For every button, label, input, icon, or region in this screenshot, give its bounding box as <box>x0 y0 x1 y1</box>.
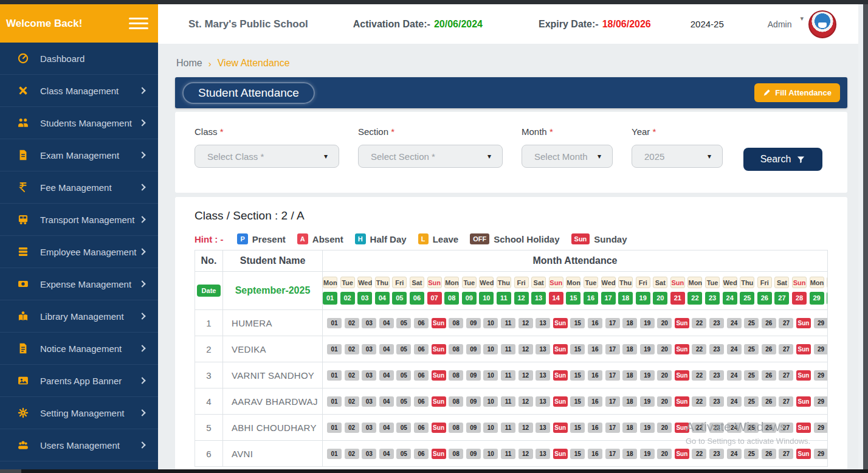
attendance-day-chip[interactable]: 04 <box>379 344 394 354</box>
month-select[interactable]: Select Month▾ <box>522 145 613 168</box>
class-select[interactable]: Select Class *▾ <box>195 145 339 168</box>
attendance-day-chip[interactable]: 24 <box>727 423 742 433</box>
attendance-day-chip[interactable]: 27 <box>779 449 793 459</box>
sidebar-item-class-management[interactable]: Class Management <box>0 75 158 107</box>
attendance-day-chip[interactable]: 15 <box>570 370 585 381</box>
attendance-day-chip[interactable]: 18 <box>622 449 637 459</box>
attendance-day-chip[interactable]: 03 <box>362 449 376 459</box>
attendance-day-chip[interactable]: 16 <box>588 344 602 354</box>
attendance-day-chip[interactable]: 15 <box>570 344 585 354</box>
vertical-scrollbar-thumb[interactable] <box>863 0 868 473</box>
attendance-day-chip[interactable]: 27 <box>779 318 793 328</box>
attendance-day-chip[interactable]: 02 <box>345 370 359 381</box>
attendance-day-chip[interactable]: 08 <box>449 344 463 354</box>
attendance-day-chip[interactable]: 12 <box>518 370 533 381</box>
sidebar-item-library-management[interactable]: Library Management <box>0 300 158 333</box>
attendance-day-chip[interactable]: 09 <box>466 423 481 433</box>
attendance-day-chip[interactable]: 16 <box>588 449 602 459</box>
attendance-day-chip[interactable]: 29 <box>814 423 828 433</box>
attendance-day-chip[interactable]: 24 <box>727 318 742 328</box>
attendance-day-chip[interactable]: 09 <box>466 318 481 328</box>
attendance-day-chip[interactable]: 29 <box>814 396 828 407</box>
sidebar-item-fee-management[interactable]: Fee Management <box>0 171 158 204</box>
year-select[interactable]: 2025▾ <box>632 145 723 168</box>
attendance-day-chip[interactable]: 06 <box>414 423 429 433</box>
attendance-day-chip[interactable]: 06 <box>414 344 429 354</box>
attendance-day-chip[interactable]: 11 <box>501 423 515 433</box>
attendance-day-chip[interactable]: 10 <box>483 449 498 459</box>
sidebar-item-dashboard[interactable]: Dashboard <box>0 43 158 75</box>
attendance-day-chip[interactable]: 27 <box>779 396 793 407</box>
attendance-day-chip[interactable]: 19 <box>640 370 655 381</box>
caret-down-icon[interactable]: ▾ <box>800 15 804 22</box>
attendance-day-chip[interactable]: 13 <box>536 423 550 433</box>
attendance-day-chip[interactable]: 22 <box>692 423 706 433</box>
attendance-day-chip[interactable]: 27 <box>779 344 793 354</box>
attendance-day-chip[interactable]: 17 <box>605 344 620 354</box>
attendance-day-chip[interactable]: 04 <box>379 318 394 328</box>
attendance-day-chip[interactable]: 03 <box>362 344 376 354</box>
attendance-day-chip[interactable]: 26 <box>762 396 776 407</box>
attendance-day-chip[interactable]: 13 <box>536 318 550 328</box>
attendance-day-chip[interactable]: 09 <box>466 449 481 459</box>
attendance-day-chip[interactable]: 27 <box>779 423 793 433</box>
attendance-day-chip[interactable]: 04 <box>379 449 394 459</box>
attendance-day-chip[interactable]: 01 <box>327 449 342 459</box>
attendance-day-chip[interactable]: 04 <box>379 396 394 407</box>
attendance-day-chip[interactable]: 03 <box>362 423 376 433</box>
sidebar-item-employee-management[interactable]: Employee Management <box>0 236 158 268</box>
attendance-day-chip[interactable]: 02 <box>345 449 359 459</box>
attendance-day-chip[interactable]: 23 <box>709 423 724 433</box>
attendance-day-chip[interactable]: 08 <box>449 396 463 407</box>
sidebar-item-students-management[interactable]: Students Management <box>0 107 158 139</box>
attendance-day-chip[interactable]: 20 <box>657 449 672 459</box>
attendance-day-chip[interactable]: 18 <box>622 396 637 407</box>
attendance-day-chip[interactable]: 13 <box>536 370 550 381</box>
attendance-day-chip[interactable]: 03 <box>362 396 376 407</box>
attendance-day-chip[interactable]: 01 <box>327 396 342 407</box>
attendance-day-chip[interactable]: 05 <box>396 396 411 407</box>
attendance-day-chip[interactable]: 23 <box>709 449 724 459</box>
attendance-day-chip[interactable]: 20 <box>657 396 672 407</box>
sidebar-item-users-management[interactable]: Users Management <box>0 429 158 461</box>
attendance-day-chip[interactable]: 20 <box>657 344 672 354</box>
attendance-day-chip[interactable]: 01 <box>327 423 342 433</box>
attendance-day-chip[interactable]: 09 <box>466 396 481 407</box>
attendance-day-chip[interactable]: 03 <box>362 370 376 381</box>
fill-attendance-button[interactable]: Fill Attendance <box>754 83 840 102</box>
attendance-day-chip[interactable]: 26 <box>762 449 776 459</box>
attendance-day-chip[interactable]: 16 <box>588 370 602 381</box>
attendance-day-chip[interactable]: 16 <box>588 318 602 328</box>
attendance-day-chip[interactable]: 16 <box>588 396 602 407</box>
attendance-day-chip[interactable]: 24 <box>727 344 742 354</box>
attendance-day-chip[interactable]: 23 <box>709 344 724 354</box>
attendance-day-chip[interactable]: 11 <box>501 396 515 407</box>
attendance-day-chip[interactable]: 25 <box>744 423 759 433</box>
attendance-day-chip[interactable]: 02 <box>345 318 359 328</box>
attendance-day-chip[interactable]: 10 <box>483 370 498 381</box>
attendance-day-chip[interactable]: 13 <box>536 449 550 459</box>
attendance-day-chip[interactable]: 22 <box>692 370 706 381</box>
breadcrumb-home-link[interactable]: Home <box>176 58 202 69</box>
attendance-day-chip[interactable]: 24 <box>727 370 742 381</box>
attendance-day-chip[interactable]: 26 <box>762 318 776 328</box>
attendance-day-chip[interactable]: 06 <box>414 370 429 381</box>
attendance-day-chip[interactable]: 01 <box>327 370 342 381</box>
attendance-day-chip[interactable]: 26 <box>762 423 776 433</box>
attendance-day-chip[interactable]: 29 <box>814 370 828 381</box>
admin-user-menu[interactable]: Admin <box>768 19 792 29</box>
attendance-day-chip[interactable]: 24 <box>727 396 742 407</box>
sidebar-item-transport-management[interactable]: Transport Management <box>0 204 158 236</box>
vertical-scrollbar-track[interactable] <box>858 4 863 469</box>
attendance-day-chip[interactable]: 29 <box>814 318 828 328</box>
attendance-day-chip[interactable]: 11 <box>501 449 515 459</box>
attendance-day-chip[interactable]: 03 <box>362 318 376 328</box>
attendance-day-chip[interactable]: 06 <box>414 396 429 407</box>
attendance-day-chip[interactable]: 11 <box>501 344 515 354</box>
attendance-day-chip[interactable]: 20 <box>657 370 672 381</box>
attendance-day-chip[interactable]: 10 <box>483 396 498 407</box>
attendance-day-chip[interactable]: 11 <box>501 318 515 328</box>
attendance-day-chip[interactable]: 10 <box>483 318 498 328</box>
attendance-day-chip[interactable]: 22 <box>692 449 706 459</box>
attendance-day-chip[interactable]: 08 <box>449 423 463 433</box>
